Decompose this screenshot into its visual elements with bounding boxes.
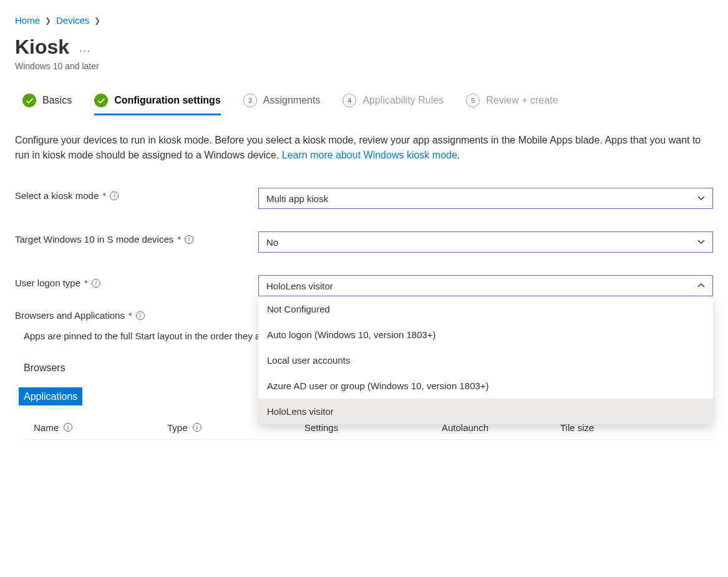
required-indicator: * xyxy=(102,190,106,201)
dropdown-option-auto-logon[interactable]: Auto logon (Windows 10, version 1803+) xyxy=(258,322,713,347)
step-number-icon: 4 xyxy=(342,94,356,107)
dropdown-option-local-user[interactable]: Local user accounts xyxy=(258,347,713,373)
chevron-right-icon: ❯ xyxy=(45,16,51,25)
step-number-icon: 3 xyxy=(243,94,257,107)
page-header: Kiosk ··· Windows 10 and later xyxy=(15,36,713,71)
more-actions-icon[interactable]: ··· xyxy=(79,46,91,57)
tab-applicability-rules[interactable]: 4 Applicability Rules xyxy=(342,94,444,115)
learn-more-link[interactable]: Learn more about Windows kiosk mode xyxy=(282,150,457,160)
tab-label: Applicability Rules xyxy=(362,95,444,106)
info-icon[interactable]: i xyxy=(92,279,100,288)
field-kiosk-mode: Select a kiosk mode * i Multi app kiosk xyxy=(15,188,713,209)
column-header-name[interactable]: Name i xyxy=(24,422,167,433)
chevron-up-icon xyxy=(697,281,705,291)
chevron-right-icon: ❯ xyxy=(94,16,100,25)
dropdown-option-hololens-visitor[interactable]: HoloLens visitor xyxy=(258,399,713,424)
check-icon xyxy=(94,94,108,107)
info-icon[interactable]: i xyxy=(193,423,201,432)
required-indicator: * xyxy=(177,234,181,245)
field-label: Target Windows 10 in S mode devices * i xyxy=(15,231,258,245)
required-indicator: * xyxy=(129,310,132,321)
field-s-mode: Target Windows 10 in S mode devices * i … xyxy=(15,231,713,253)
info-icon[interactable]: i xyxy=(110,192,119,200)
logon-type-dropdown[interactable]: HoloLens visitor xyxy=(258,275,713,296)
page-title: Kiosk xyxy=(15,36,69,59)
kiosk-mode-dropdown[interactable]: Multi app kiosk xyxy=(258,188,713,209)
tab-label: Review + create xyxy=(486,95,558,106)
chevron-down-icon xyxy=(697,237,705,248)
field-label: Select a kiosk mode * i xyxy=(15,188,258,201)
required-indicator: * xyxy=(84,278,88,288)
tab-review-create[interactable]: 5 Review + create xyxy=(466,94,558,115)
tab-assignments[interactable]: 3 Assignments xyxy=(243,94,321,115)
tab-basics[interactable]: Basics xyxy=(22,94,72,115)
info-icon[interactable]: i xyxy=(136,311,145,320)
pivot-applications[interactable]: Applications xyxy=(19,387,82,405)
page-subtitle: Windows 10 and later xyxy=(15,61,713,71)
check-icon xyxy=(22,94,36,107)
page-description: Configure your devices to run in kiosk m… xyxy=(15,133,701,163)
field-label: User logon type * i xyxy=(15,275,258,288)
tab-label: Basics xyxy=(42,95,72,106)
logon-type-dropdown-menu: Not Configured Auto logon (Windows 10, v… xyxy=(258,296,713,424)
breadcrumb-devices[interactable]: Devices xyxy=(56,15,89,26)
step-number-icon: 5 xyxy=(466,94,480,107)
s-mode-dropdown[interactable]: No xyxy=(258,231,713,253)
tab-label: Configuration settings xyxy=(114,95,221,106)
tab-label: Assignments xyxy=(263,95,321,106)
chevron-down-icon xyxy=(697,193,705,204)
dropdown-option-not-configured[interactable]: Not Configured xyxy=(258,296,713,322)
info-icon[interactable]: i xyxy=(64,423,72,432)
breadcrumb: Home ❯ Devices ❯ xyxy=(15,15,713,26)
breadcrumb-home[interactable]: Home xyxy=(15,15,40,26)
tab-configuration-settings[interactable]: Configuration settings xyxy=(94,94,221,115)
field-logon-type: User logon type * i HoloLens visitor Not… xyxy=(15,275,713,296)
dropdown-option-azure-ad[interactable]: Azure AD user or group (Windows 10, vers… xyxy=(258,373,713,399)
pivot-browsers[interactable]: Browsers xyxy=(24,359,66,377)
info-icon[interactable]: i xyxy=(185,235,193,244)
wizard-tabs: Basics Configuration settings 3 Assignme… xyxy=(15,94,713,115)
